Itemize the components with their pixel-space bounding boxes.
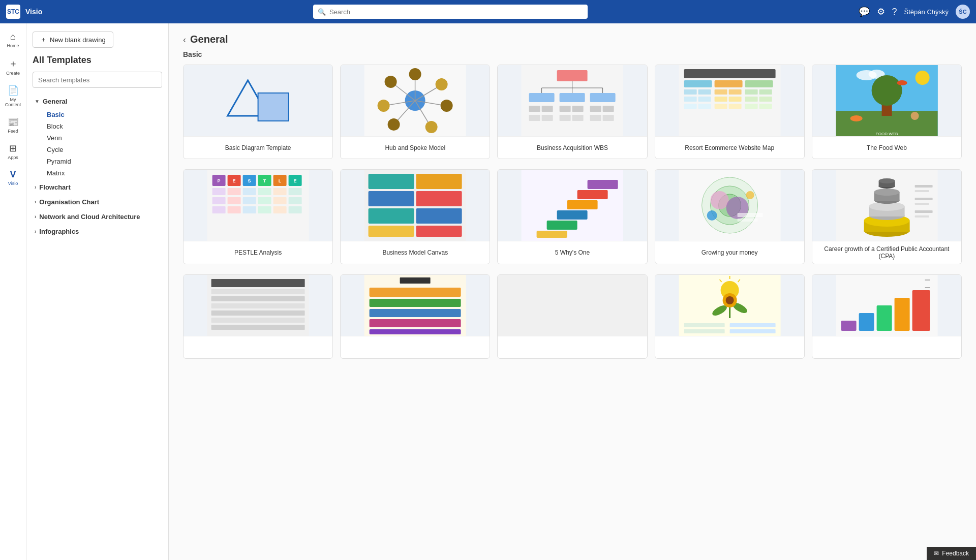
sidebar-section-general-header[interactable]: ▼ General (33, 95, 162, 108)
nav-create[interactable]: ＋ Create (1, 53, 25, 80)
svg-rect-2 (258, 93, 289, 121)
template-card-growing-money[interactable]: Growing your money (655, 169, 805, 264)
feedback-label: Feedback (942, 550, 969, 557)
sidebar-section-infographics-header[interactable]: › Infographics (33, 225, 162, 238)
svg-rect-119 (567, 200, 598, 209)
svg-rect-148 (914, 198, 932, 200)
svg-rect-48 (714, 89, 727, 95)
template-card-r3-2[interactable] (340, 274, 490, 359)
back-button[interactable]: ‹ (183, 35, 186, 44)
svg-rect-53 (698, 97, 711, 102)
svg-rect-120 (557, 210, 588, 220)
svg-rect-150 (914, 210, 932, 213)
template-card-wbs[interactable]: Business Acquisition WBS (497, 65, 647, 159)
template-card-business-canvas[interactable]: Business Model Canvas (340, 169, 490, 264)
svg-point-18 (385, 76, 397, 88)
template-thumb-website-map (655, 65, 804, 136)
network-section-label: Network and Cloud Architecture (39, 213, 140, 221)
svg-rect-101 (212, 206, 226, 213)
main-layout: ⌂ Home ＋ Create 📄 My Content 📰 Feed ⊞ Ap… (0, 23, 976, 560)
general-section-label: General (43, 98, 67, 105)
sidebar-item-block[interactable]: Block (43, 120, 162, 132)
template-grid-row1: Basic Diagram Template (183, 65, 962, 159)
svg-rect-161 (400, 277, 431, 284)
template-thumb-hub-spoke (341, 65, 490, 136)
svg-rect-131 (737, 213, 762, 217)
nav-feed[interactable]: 📰 Feed (1, 112, 25, 138)
svg-rect-57 (759, 97, 772, 102)
svg-rect-29 (529, 106, 540, 112)
nav-home-label: Home (7, 43, 19, 48)
template-card-cpa[interactable]: Career growth of a Certified Public Acco… (812, 169, 962, 264)
svg-rect-113 (416, 208, 462, 224)
template-card-r3-4[interactable] (655, 274, 805, 359)
svg-rect-58 (684, 104, 696, 109)
sidebar-search-input[interactable] (33, 72, 162, 88)
template-card-website-map[interactable]: Resort Ecommerce Website Map (655, 65, 805, 159)
svg-rect-93 (273, 188, 287, 195)
svg-rect-44 (714, 80, 742, 87)
sidebar-section-network-header[interactable]: › Network and Cloud Architecture (33, 210, 162, 223)
chevron-right-icon-4: › (35, 229, 36, 234)
svg-rect-110 (369, 191, 414, 206)
svg-rect-184 (876, 305, 892, 331)
template-card-r3-3[interactable] (497, 274, 647, 359)
svg-rect-36 (542, 115, 553, 121)
sidebar-item-basic[interactable]: Basic (43, 109, 162, 120)
svg-rect-151 (914, 215, 929, 217)
sidebar-section-orgchart-header[interactable]: › Organisation Chart (33, 196, 162, 208)
template-thumb-basic-diagram (184, 65, 332, 136)
svg-point-8 (436, 78, 448, 90)
svg-point-142 (874, 189, 899, 196)
template-card-pestle[interactable]: P E S T L E (183, 169, 333, 264)
template-thumb-r3-5 (812, 275, 961, 336)
template-card-r3-1[interactable] (183, 274, 333, 359)
template-label-r3-5 (812, 336, 961, 358)
nav-visio[interactable]: V Visio (1, 165, 25, 190)
svg-point-176 (725, 296, 734, 304)
feedback-icon[interactable]: 💬 (859, 6, 870, 17)
feedback-icon-2: ✉ (934, 550, 939, 557)
sidebar-item-cycle[interactable]: Cycle (43, 144, 162, 155)
svg-rect-104 (258, 206, 271, 213)
avatar[interactable]: ŠC (956, 5, 970, 19)
sidebar-item-matrix[interactable]: Matrix (43, 167, 162, 179)
sidebar-section-flowchart-header[interactable]: › Flowchart (33, 181, 162, 194)
svg-text:T: T (263, 178, 266, 183)
template-card-r3-5[interactable] (812, 274, 962, 359)
nav-home[interactable]: ⌂ Home (1, 27, 25, 52)
nav-mycontent[interactable]: 📄 My Content (1, 81, 25, 111)
svg-rect-185 (894, 298, 909, 331)
svg-point-130 (746, 191, 754, 199)
new-blank-button[interactable]: ＋ New blank drawing (33, 32, 113, 48)
mycontent-icon: 📄 (8, 85, 19, 96)
svg-rect-39 (590, 115, 601, 121)
svg-rect-115 (416, 226, 462, 237)
sidebar-item-pyramid[interactable]: Pyramid (43, 155, 162, 167)
svg-point-14 (388, 118, 400, 131)
svg-rect-111 (416, 191, 462, 206)
template-thumb-5why (498, 170, 647, 241)
nav-visio-label: Visio (8, 181, 18, 186)
svg-rect-61 (728, 104, 741, 109)
svg-rect-166 (370, 329, 461, 334)
chevron-down-icon: ▼ (35, 99, 40, 104)
template-card-basic-diagram[interactable]: Basic Diagram Template (183, 65, 333, 159)
svg-rect-178 (729, 323, 775, 327)
content-header: ‹ General (183, 34, 962, 45)
template-card-food-web[interactable]: FOOD WEB The Food Web (812, 65, 962, 159)
search-input[interactable] (313, 5, 588, 19)
svg-rect-105 (273, 206, 287, 213)
settings-icon[interactable]: ⚙ (877, 6, 885, 17)
template-thumb-business-canvas (341, 170, 490, 241)
help-icon[interactable]: ? (892, 7, 897, 17)
sidebar-item-venn[interactable]: Venn (43, 132, 162, 144)
infographics-section-label: Infographics (39, 228, 79, 235)
feedback-button[interactable]: ✉ Feedback (927, 547, 976, 560)
nav-apps[interactable]: ⊞ Apps (1, 139, 25, 164)
svg-rect-154 (211, 289, 305, 294)
template-label-5why: 5 Why's One (498, 241, 647, 263)
template-card-hub-spoke[interactable]: Hub and Spoke Model (340, 65, 490, 159)
svg-rect-63 (759, 104, 772, 109)
template-card-5why[interactable]: 5 Why's One (497, 169, 647, 264)
